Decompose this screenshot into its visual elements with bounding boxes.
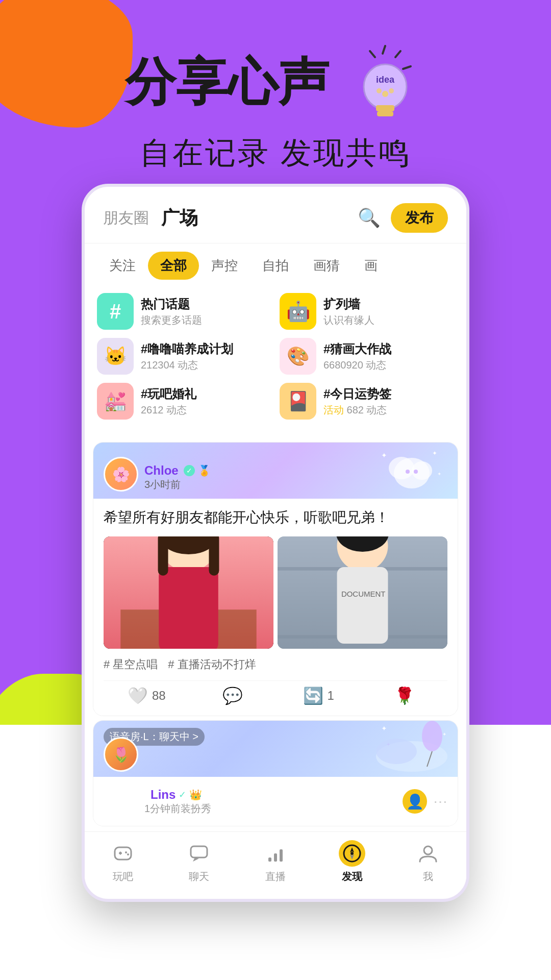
tab-hua[interactable]: 画 bbox=[352, 252, 390, 280]
svg-rect-44 bbox=[119, 852, 121, 855]
fortune-icon: 🎴 bbox=[280, 383, 316, 420]
idea-bulb-svg: idea bbox=[344, 41, 426, 122]
hero-title: 分享心声 idea bbox=[0, 41, 551, 122]
tab-huacai[interactable]: 画猜 bbox=[301, 252, 352, 280]
wedding-sub: 2612 动态 bbox=[141, 403, 196, 417]
svg-rect-6 bbox=[377, 111, 393, 116]
boy-svg: DOCUMENT bbox=[278, 536, 447, 649]
nav-live[interactable]: 直播 bbox=[237, 840, 314, 884]
svg-point-14 bbox=[406, 470, 410, 474]
tab-quanbu[interactable]: 全部 bbox=[148, 252, 199, 280]
wall-sub: 认识有缘人 bbox=[323, 313, 374, 327]
post-banner-2: 语音房·L：聊天中 > ✦ ✦ ✦ bbox=[93, 721, 458, 777]
post2-username-row: Lins ✓ 👑 bbox=[144, 788, 211, 802]
svg-point-10 bbox=[389, 88, 394, 93]
post-tag-2[interactable]: # 直播活动不打烊 bbox=[168, 657, 256, 672]
post1-user-info: Chloe ✓ 🏅 3小时前 bbox=[144, 463, 211, 492]
svg-rect-49 bbox=[274, 853, 277, 862]
me-icon bbox=[415, 840, 441, 867]
cat-text: #噜噜喵养成计划 212304 动态 bbox=[141, 341, 233, 372]
repost-action[interactable]: 🔄 1 bbox=[276, 686, 362, 705]
svg-text:DOCUMENT: DOCUMENT bbox=[341, 590, 385, 598]
wedding-item[interactable]: 💒 #玩吧婚礼 2612 动态 bbox=[97, 383, 271, 420]
svg-text:idea: idea bbox=[376, 75, 395, 85]
post1-images: DOCUMENT bbox=[104, 536, 447, 649]
hero-main-text: 分享心声 bbox=[125, 54, 329, 110]
publish-button[interactable]: 发布 bbox=[391, 203, 448, 233]
cat-sub: 212304 动态 bbox=[141, 358, 233, 372]
post1-username[interactable]: Chloe bbox=[144, 463, 179, 478]
svg-rect-23 bbox=[159, 567, 218, 649]
live-label: 直播 bbox=[265, 870, 286, 884]
post2-time: 1分钟前装扮秀 bbox=[144, 802, 211, 816]
nav-me[interactable]: 我 bbox=[390, 840, 466, 884]
post2-banner-art: ✦ ✦ ✦ bbox=[371, 721, 453, 777]
nav-chat[interactable]: 聊天 bbox=[161, 840, 238, 884]
nav-discover[interactable]: 发现 bbox=[314, 840, 390, 884]
tab-guanzhu[interactable]: 关注 bbox=[97, 252, 148, 280]
svg-point-37 bbox=[422, 721, 442, 751]
phone-frame: 朋友圈 广场 🔍 发布 关注 全部 声控 自拍 画猜 画 # bbox=[82, 184, 469, 902]
post1-actions: 🤍 88 💬 🔄 1 🌹 bbox=[104, 680, 447, 707]
svg-line-3 bbox=[370, 51, 375, 57]
fortune-sub: 活动 682 动态 bbox=[323, 403, 391, 417]
post1-text: 希望所有好朋友都能开心快乐，听歌吧兄弟！ bbox=[104, 507, 447, 528]
hero-section: 分享心声 idea 自在记录 发现共鸣 bbox=[0, 0, 551, 174]
post-image-girl[interactable] bbox=[104, 536, 273, 649]
idea-decoration: idea bbox=[344, 41, 426, 122]
paint-item[interactable]: 🎨 #猜画大作战 6680920 动态 bbox=[280, 338, 454, 375]
header-actions: 🔍 发布 bbox=[358, 203, 448, 233]
svg-rect-50 bbox=[280, 849, 283, 862]
like-action[interactable]: 🤍 88 bbox=[104, 686, 190, 705]
gift-action[interactable]: 🌹 bbox=[362, 686, 448, 705]
header-tabs: 朋友圈 广场 bbox=[103, 206, 198, 231]
post2-avatar[interactable]: 🌷 bbox=[104, 737, 138, 772]
post1-content: 希望所有好朋友都能开心快乐，听歌吧兄弟！ bbox=[93, 499, 458, 716]
more-options-icon[interactable]: ⋯ bbox=[433, 793, 447, 810]
svg-rect-48 bbox=[268, 857, 271, 862]
category-tabs: 关注 全部 声控 自拍 画猜 画 bbox=[85, 243, 466, 288]
like-icon: 🤍 bbox=[128, 686, 148, 705]
paint-text: #猜画大作战 6680920 动态 bbox=[323, 341, 391, 372]
svg-point-9 bbox=[382, 91, 388, 97]
search-icon[interactable]: 🔍 bbox=[358, 207, 381, 229]
nav-wanba[interactable]: 玩吧 bbox=[85, 840, 161, 884]
wall-name: 扩列墙 bbox=[323, 296, 374, 312]
guangchang-tab[interactable]: 广场 bbox=[161, 206, 198, 231]
topics-row-1: # 热门话题 搜索更多话题 🤖 扩列墙 认识有缘人 bbox=[97, 293, 454, 330]
svg-point-55 bbox=[424, 846, 432, 854]
wedding-icon: 💒 bbox=[97, 383, 134, 420]
app-header: 朋友圈 广场 🔍 发布 bbox=[85, 187, 466, 243]
pengyouquan-tab[interactable]: 朋友圈 bbox=[103, 208, 149, 229]
hot-topics-item[interactable]: # 热门话题 搜索更多话题 bbox=[97, 293, 271, 330]
post-image-boy[interactable]: DOCUMENT bbox=[278, 536, 447, 649]
post-card-2: 语音房·L：聊天中 > ✦ ✦ ✦ bbox=[93, 720, 458, 826]
svg-rect-32 bbox=[337, 567, 388, 644]
post2-crown: 👑 bbox=[189, 789, 202, 801]
wall-item[interactable]: 🤖 扩列墙 认识有缘人 bbox=[280, 293, 454, 330]
post2-username[interactable]: Lins bbox=[151, 788, 176, 802]
post-tag-1[interactable]: # 星空点唱 bbox=[104, 657, 158, 672]
chat-icon-svg bbox=[189, 843, 209, 864]
fortune-text: #今日运势签 活动 682 动态 bbox=[323, 386, 391, 417]
chat-label: 聊天 bbox=[189, 870, 209, 884]
post2-user-text: Lins ✓ 👑 1分钟前装扮秀 bbox=[144, 788, 211, 816]
svg-rect-42 bbox=[115, 847, 131, 860]
compass-icon-svg bbox=[342, 843, 362, 864]
fortune-item[interactable]: 🎴 #今日运势签 活动 682 动态 bbox=[280, 383, 454, 420]
tab-shengkong[interactable]: 声控 bbox=[199, 252, 250, 280]
comment-action[interactable]: 💬 bbox=[190, 686, 276, 705]
svg-point-4 bbox=[364, 64, 407, 109]
like-count: 88 bbox=[152, 689, 166, 703]
phone-container: 朋友圈 广场 🔍 发布 关注 全部 声控 自拍 画猜 画 # bbox=[82, 184, 469, 902]
follow-button[interactable]: 👤 bbox=[403, 789, 427, 814]
gift-icon: 🌹 bbox=[394, 686, 415, 705]
post1-avatar[interactable]: 🌸 bbox=[104, 457, 138, 492]
paint-icon: 🎨 bbox=[280, 338, 316, 375]
chat-icon bbox=[186, 840, 212, 867]
ghost-art-svg: ✦ ✦ ✦ bbox=[376, 445, 447, 496]
fortune-activity-label: 活动 bbox=[323, 404, 344, 415]
tab-zipai[interactable]: 自拍 bbox=[250, 252, 301, 280]
cat-item[interactable]: 🐱 #噜噜喵养成计划 212304 动态 bbox=[97, 338, 271, 375]
svg-point-45 bbox=[125, 851, 127, 853]
